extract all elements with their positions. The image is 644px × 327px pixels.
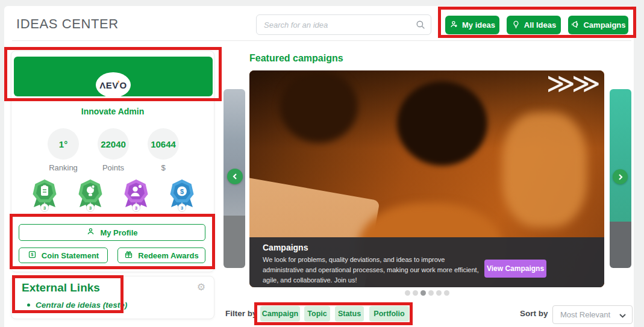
page-title: IDEAS CENTER xyxy=(16,16,119,32)
carousel-dot-6[interactable] xyxy=(444,290,449,296)
header-divider xyxy=(12,40,631,41)
idea-badge-icon[interactable]: 3 xyxy=(76,178,105,213)
photo-shape xyxy=(280,70,358,143)
external-links-card: External Links Central de ideias (teste)… xyxy=(11,276,214,319)
all-ideas-button[interactable]: All Ideas xyxy=(507,16,561,34)
points-label: Points xyxy=(92,163,134,172)
svg-text:3: 3 xyxy=(135,205,138,211)
filter-by-label: Filter by xyxy=(225,309,257,318)
profile-name: Innovate Admin xyxy=(11,107,214,116)
badges-row: 3 3 xyxy=(30,178,196,214)
campaign-caption: Campaigns We look for problems, quality … xyxy=(249,237,604,287)
coin-statement-label: Coin Statement xyxy=(42,251,99,260)
search-input[interactable] xyxy=(257,15,431,34)
featured-campaigns-heading: Featured campaigns xyxy=(249,53,343,64)
campaigns-label: Campaigns xyxy=(583,20,625,30)
bullet-icon xyxy=(27,304,30,307)
carousel-dot-5[interactable] xyxy=(436,290,442,296)
carousel-prev-button[interactable] xyxy=(227,169,243,184)
redeem-awards-button[interactable]: Redeem Awards xyxy=(117,248,205,263)
svg-text:3: 3 xyxy=(89,205,92,211)
photo-shape xyxy=(397,81,487,166)
photo-shape xyxy=(502,113,587,227)
search-icon[interactable] xyxy=(415,19,426,30)
carousel-dot-2[interactable] xyxy=(413,290,418,296)
my-ideas-label: My ideas xyxy=(462,20,495,30)
previous-slide-caption xyxy=(224,216,245,268)
svg-text:3: 3 xyxy=(181,205,184,211)
campaigns-button[interactable]: Campaigns xyxy=(568,16,628,34)
next-slide-image xyxy=(610,89,631,222)
points-value: 22040 xyxy=(98,128,129,160)
person-icon xyxy=(449,20,458,31)
stat-points: 22040 Points xyxy=(92,128,134,172)
external-link-label: Central de ideias (teste) xyxy=(36,301,127,310)
person-outline-icon xyxy=(86,227,95,238)
my-profile-label: My Profile xyxy=(100,228,137,237)
view-campaigns-button[interactable]: View Campaigns xyxy=(484,260,546,278)
external-links-title: External Links xyxy=(22,281,100,294)
sort-select[interactable]: Most Relevant xyxy=(552,305,633,324)
ranking-label: Ranking xyxy=(42,163,84,172)
my-ideas-button[interactable]: My ideas xyxy=(445,16,499,34)
campaign-title: Campaigns xyxy=(263,243,596,252)
sort-selected-value: Most Relevant xyxy=(560,310,610,319)
filter-pill-status[interactable]: Status xyxy=(335,306,364,322)
logo-text: ΛEV xyxy=(99,80,119,90)
coins-value: 10644 xyxy=(148,128,179,160)
dollar-square-icon: $ xyxy=(28,250,37,261)
external-link-item[interactable]: Central de ideias (teste) xyxy=(27,301,127,310)
coins-label: $ xyxy=(142,163,184,172)
svg-text:3: 3 xyxy=(43,205,46,211)
gear-icon[interactable]: ⚙ xyxy=(197,281,205,293)
chevron-left-icon xyxy=(232,173,238,179)
carousel-dot-3[interactable] xyxy=(420,290,426,296)
megaphone-icon xyxy=(571,20,580,31)
logo-text-end: O xyxy=(120,80,127,90)
double-chevrons-decor: ≫≫ xyxy=(546,70,597,99)
chevron-right-icon xyxy=(617,174,624,180)
filter-pill-portfolio[interactable]: Portfolio xyxy=(369,306,409,322)
carousel-dot-4[interactable] xyxy=(428,290,434,296)
filter-pill-topic[interactable]: Topic xyxy=(304,306,330,322)
next-slide-caption xyxy=(610,222,631,268)
previous-slide-image xyxy=(224,89,245,216)
money-badge-icon[interactable]: $ 3 xyxy=(167,178,196,213)
gift-icon xyxy=(124,250,133,261)
filter-pill-campaign[interactable]: Campaign xyxy=(260,306,300,322)
lightbulb-icon xyxy=(511,20,521,31)
sort-by-label: Sort by xyxy=(520,309,548,318)
svg-text:$: $ xyxy=(31,252,33,257)
search-box xyxy=(256,14,431,35)
notes-badge-icon[interactable]: 3 xyxy=(30,178,59,213)
campaign-description: We look for problems, quality deviations… xyxy=(263,255,481,285)
coin-statement-button[interactable]: $ Coin Statement xyxy=(19,248,108,263)
carousel-next-button[interactable] xyxy=(613,169,628,184)
ranking-value: 1° xyxy=(48,128,79,160)
campaign-slide[interactable]: ≫≫ Campaigns We look for problems, quali… xyxy=(249,70,604,287)
profile-badge-icon[interactable]: 3 xyxy=(122,178,151,213)
chevron-down-icon xyxy=(619,310,626,320)
ideas-center-page: IDEAS CENTER My ideas All Ideas Campaign… xyxy=(0,0,644,327)
aevo-logo: ΛEV’O xyxy=(96,72,131,98)
stat-ranking: 1° Ranking xyxy=(42,128,84,172)
stats-row: 1° Ranking 22040 Points 10644 $ xyxy=(42,128,184,172)
redeem-awards-label: Redeem Awards xyxy=(138,251,198,260)
stat-coins: 10644 $ xyxy=(142,128,184,172)
profile-card: ΛEV’O Innovate Admin 1° Ranking 22040 Po… xyxy=(11,51,214,272)
my-profile-button[interactable]: My Profile xyxy=(19,224,205,241)
carousel-dots xyxy=(249,290,604,296)
carousel-dot-1[interactable] xyxy=(405,290,410,296)
all-ideas-label: All Ideas xyxy=(524,20,556,30)
svg-text:$: $ xyxy=(180,188,184,195)
